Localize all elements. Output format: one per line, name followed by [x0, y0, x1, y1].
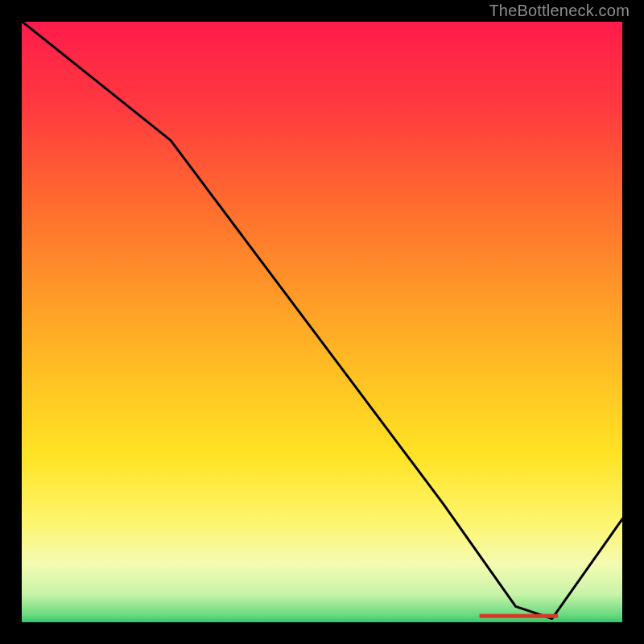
bottleneck-chart [19, 19, 625, 625]
svg-rect-1 [480, 614, 559, 618]
svg-rect-0 [19, 19, 625, 625]
plot-area [19, 19, 625, 625]
attribution-label: TheBottleneck.com [489, 2, 630, 20]
chart-container: TheBottleneck.com [0, 0, 644, 644]
